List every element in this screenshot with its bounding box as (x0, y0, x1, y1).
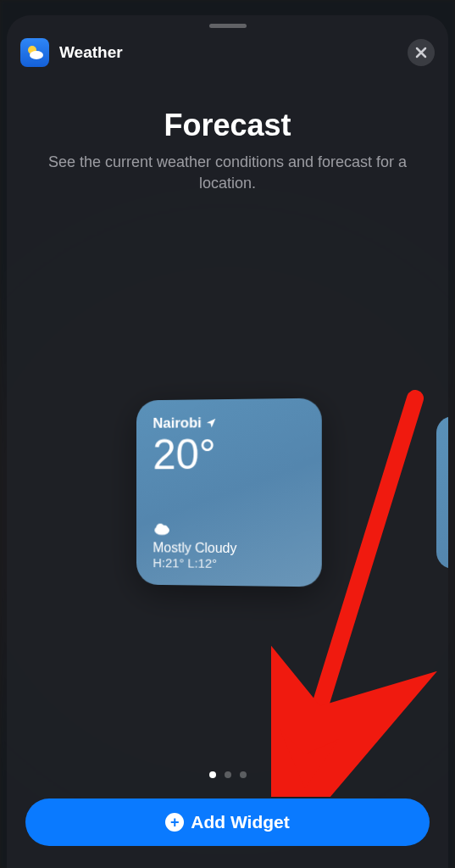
widget-condition: Mostly Cloudy (153, 540, 304, 556)
add-widget-button[interactable]: + Add Widget (25, 798, 430, 846)
sun-cloud-icon (25, 42, 45, 63)
weather-app-icon (20, 38, 49, 67)
next-widget-peek[interactable] (436, 416, 448, 569)
close-button[interactable] (408, 39, 435, 66)
location-arrow-icon (204, 417, 216, 429)
widget-title: Forecast (31, 108, 424, 143)
widget-high-low: H:21° L:12° (153, 555, 304, 571)
page-dot (225, 771, 231, 778)
app-name-label: Weather (59, 43, 408, 62)
add-widget-label: Add Widget (191, 812, 289, 832)
close-icon (415, 47, 427, 58)
widget-picker-sheet: Weather Forecast See the current weather… (7, 15, 448, 868)
svg-point-1 (30, 51, 43, 59)
widget-location-row: Nairobi (153, 414, 304, 432)
weather-widget-preview: Nairobi 20° Mostly Cloudy H:21° L:12° (136, 398, 321, 587)
page-dot (240, 771, 247, 778)
title-block: Forecast See the current weather conditi… (7, 75, 448, 203)
plus-circle-icon: + (165, 813, 184, 832)
page-indicator[interactable] (7, 756, 448, 792)
widget-subtitle: See the current weather conditions and f… (31, 152, 424, 194)
sheet-grabber[interactable] (209, 24, 247, 28)
cloud-icon (153, 521, 304, 539)
sheet-header: Weather (7, 31, 448, 75)
widget-location: Nairobi (153, 415, 201, 431)
widget-preview-carousel[interactable]: Nairobi 20° Mostly Cloudy H:21° L:12° (7, 228, 448, 756)
page-dot (209, 771, 216, 778)
widget-temperature: 20° (153, 432, 304, 476)
